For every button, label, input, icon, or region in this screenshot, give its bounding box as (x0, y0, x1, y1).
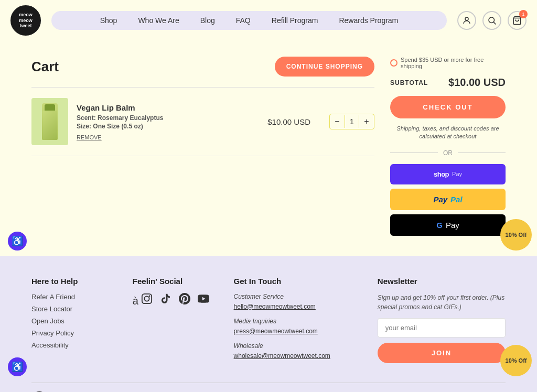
shoppay-logo: shop (434, 170, 449, 178)
discount-badge-top[interactable]: 10% Off (500, 219, 532, 251)
footer-help-title: Here to Help (31, 277, 117, 286)
contact-email-wholesale[interactable]: wholesale@meowmeowtweet.com (234, 352, 330, 360)
logo[interactable]: meow meow tweet (10, 5, 41, 36)
nav-shop[interactable]: Shop (100, 16, 117, 25)
contact-wholesale: Wholesale wholesale@meowmeowtweet.com (234, 342, 362, 360)
search-button[interactable] (482, 11, 501, 30)
nav-blog[interactable]: Blog (200, 16, 215, 25)
quantity-control: − 1 + (329, 114, 374, 129)
subtotal-label: SUBTOTAL (390, 79, 428, 86)
discount-label-bottom: 10% Off (506, 357, 527, 364)
scent-label: Scent: (77, 114, 96, 122)
cart-badge: 1 (519, 10, 528, 18)
order-summary: Spend $35 USD or more for free shipping … (390, 57, 506, 240)
svg-point-0 (465, 17, 468, 20)
size-value: One Size (0.5 oz) (93, 123, 143, 130)
contact-type-customer: Customer Service (234, 293, 362, 300)
logo-line1: meow (19, 12, 33, 18)
cart-section: Cart CONTINUE SHOPPING Vegan Lip Balm Sc… (31, 57, 374, 240)
or-line-right (458, 153, 506, 153)
newsletter-email-input[interactable] (378, 318, 506, 337)
logo-line3: tweet (19, 23, 31, 29)
gpay-button[interactable]: G Pay (390, 214, 506, 236)
svg-point-6 (149, 295, 151, 297)
newsletter-text: Sign up and get 10% off your first order… (378, 293, 506, 312)
cart-divider (31, 87, 374, 88)
size-label: Size: (77, 123, 91, 130)
contact-email-customer[interactable]: hello@meowmeowtweet.com (234, 303, 316, 310)
svg-point-5 (145, 296, 149, 301)
paypal-button[interactable]: Pay Pal (390, 189, 506, 210)
footer-link-accessibility[interactable]: Accessibility (31, 341, 117, 349)
remove-button[interactable]: REMOVE (77, 134, 259, 140)
tiktok-icon[interactable] (160, 293, 171, 307)
pinterest-icon[interactable] (179, 293, 190, 307)
navigation: Shop Who We Are Blog FAQ Refill Program … (51, 11, 447, 30)
footer-link-store[interactable]: Store Locator (31, 305, 117, 313)
nav-who-we-are[interactable]: Who We Are (138, 16, 179, 25)
footer-contact-title: Get In Touch (234, 277, 362, 286)
paypal-logo: Pay (433, 195, 447, 204)
footer-contact-column: Get In Touch Customer Service hello@meow… (234, 277, 362, 367)
footer-social-column: Feelin' Social à (133, 277, 218, 367)
checkout-button[interactable]: CHECK OUT (390, 96, 506, 118)
cart-button[interactable]: 1 (508, 11, 527, 30)
item-size: Size: One Size (0.5 oz) (77, 123, 259, 130)
checkout-note: Shipping, taxes, and discount codes are … (390, 125, 506, 141)
item-details: Vegan Lip Balm Scent: Rosemary Eucalyptu… (77, 103, 259, 140)
discount-badge-bottom[interactable]: 10% Off (500, 345, 532, 376)
svg-line-2 (493, 22, 496, 24)
item-image (31, 98, 68, 145)
continue-shopping-button[interactable]: CONTINUE SHOPPING (275, 57, 374, 77)
subtotal-row: SUBTOTAL $10.00 USD (390, 77, 506, 89)
footer: Here to Help Refer A Friend Store Locato… (0, 256, 537, 392)
nav-faq[interactable]: FAQ (236, 16, 251, 25)
item-scent: Scent: Rosemary Eucalyptus (77, 114, 259, 122)
footer-social-title: Feelin' Social (133, 277, 218, 286)
footer-bottom: meowmeowtweet MEOW MEOW TWEET 2024 SITE … (31, 383, 506, 392)
instagram-icon[interactable]: à (133, 293, 153, 307)
subtotal-amount: $10.00 USD (448, 77, 506, 89)
quantity-decrease-button[interactable]: − (330, 114, 345, 129)
quantity-increase-button[interactable]: + (359, 114, 374, 129)
svg-rect-4 (142, 294, 152, 303)
gpay-label: Pay (446, 221, 459, 230)
contact-media: Media Inquiries press@meowmeowtweet.com (234, 318, 362, 335)
logo-line2: meow (19, 18, 33, 24)
gpay-g: G (436, 221, 443, 230)
youtube-icon[interactable] (198, 293, 209, 307)
footer-link-jobs[interactable]: Open Jobs (31, 317, 117, 325)
contact-type-wholesale: Wholesale (234, 342, 362, 350)
lip-balm-graphic (42, 103, 58, 140)
contact-customer-service: Customer Service hello@meowmeowtweet.com (234, 293, 362, 310)
contact-type-media: Media Inquiries (234, 318, 362, 325)
footer-link-refer[interactable]: Refer A Friend (31, 293, 117, 301)
footer-newsletter-title: Newsletter (378, 277, 506, 286)
shipping-note-text: Spend $35 USD or more for free shipping (401, 57, 506, 69)
header: meow meow tweet Shop Who We Are Blog FAQ… (0, 0, 537, 41)
or-line-left (390, 153, 438, 153)
shipping-note: Spend $35 USD or more for free shipping (390, 57, 506, 69)
join-button[interactable]: JOIN (378, 343, 506, 363)
discount-label-top: 10% Off (506, 232, 527, 238)
paypal-pal: Pal (450, 195, 463, 204)
footer-link-privacy[interactable]: Privacy Policy (31, 329, 117, 337)
nav-refill[interactable]: Refill Program (272, 16, 318, 25)
item-name: Vegan Lip Balm (77, 103, 259, 112)
shoppay-button[interactable]: shop Pay (390, 164, 506, 184)
accessibility-button-bottom[interactable]: ♿ (8, 357, 27, 376)
footer-help-column: Here to Help Refer A Friend Store Locato… (31, 277, 117, 367)
social-icons: à (133, 293, 218, 307)
footer-newsletter-column: Newsletter Sign up and get 10% off your … (378, 277, 506, 367)
scent-value: Rosemary Eucalyptus (98, 114, 163, 122)
accessibility-button-top[interactable]: ♿ (8, 232, 27, 251)
or-label: OR (443, 149, 453, 157)
account-button[interactable] (457, 11, 476, 30)
cart-title: Cart (31, 59, 59, 75)
contact-email-media[interactable]: press@meowmeowtweet.com (234, 328, 318, 335)
main-content: Cart CONTINUE SHOPPING Vegan Lip Balm Sc… (0, 41, 537, 256)
shoppay-sub: Pay (452, 171, 462, 177)
svg-point-1 (489, 17, 495, 23)
item-price: $10.00 USD (267, 117, 310, 126)
nav-rewards[interactable]: Rewards Program (339, 16, 398, 25)
